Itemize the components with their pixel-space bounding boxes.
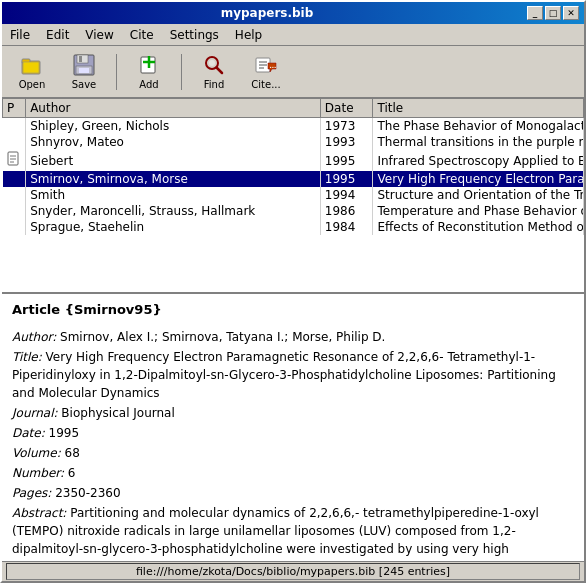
find-icon <box>202 53 226 77</box>
window-title: mypapers.bib <box>7 6 527 20</box>
svg-rect-7 <box>79 68 89 73</box>
cell-date: 1995 <box>320 150 373 171</box>
detail-field-title: Title: Very High Frequency Electron Para… <box>12 348 574 402</box>
save-button[interactable]: Save <box>60 51 108 93</box>
entries-table-container: P Author Date Title Shipley, Green, Nich… <box>2 98 584 293</box>
table-row[interactable]: Sprague, Staehelin1984Effects of Reconst… <box>3 219 584 235</box>
detail-field-label: Abstract: <box>12 506 70 520</box>
maximize-button[interactable]: □ <box>545 6 561 20</box>
menu-help[interactable]: Help <box>227 26 270 44</box>
entries-table: P Author Date Title Shipley, Green, Nich… <box>2 98 584 235</box>
detail-field-abstract: Abstract: Partitioning and molecular dyn… <box>12 504 574 558</box>
toolbar-separator-1 <box>116 54 117 90</box>
col-header-p: P <box>3 99 26 118</box>
svg-text:...: ... <box>270 62 277 69</box>
save-icon <box>72 53 96 77</box>
minimize-button[interactable]: _ <box>527 6 543 20</box>
svg-rect-20 <box>8 152 18 165</box>
cite-icon: ... <box>254 53 278 77</box>
cell-p <box>3 171 26 187</box>
cite-button[interactable]: ... Cite... <box>242 51 290 93</box>
cell-author: Siebert <box>26 150 321 171</box>
detail-article-key: Article {Smirnov95} <box>12 300 574 320</box>
detail-field-value: Smirnov, Alex I.; Smirnova, Tatyana I.; … <box>60 330 385 344</box>
detail-field-value: Biophysical Journal <box>61 406 174 420</box>
status-text: file:///home/zkota/Docs/biblio/mypapers.… <box>6 563 580 580</box>
close-button[interactable]: ✕ <box>563 6 579 20</box>
detail-field-date: Date: 1995 <box>12 424 574 442</box>
cell-author: Sprague, Staehelin <box>26 219 321 235</box>
menu-bar: File Edit View Cite Settings Help <box>2 24 584 46</box>
detail-field-label: Volume: <box>12 446 65 460</box>
cell-p <box>3 219 26 235</box>
detail-fields-container: Author: Smirnov, Alex I.; Smirnova, Taty… <box>12 328 574 558</box>
add-label: Add <box>139 79 158 90</box>
entries-table-wrapper[interactable]: P Author Date Title Shipley, Green, Nich… <box>2 98 584 292</box>
detail-field-value: Very High Frequency Electron Paramagneti… <box>12 350 556 400</box>
table-row[interactable]: Snyder, Maroncelli, Strauss, Hallmark198… <box>3 203 584 219</box>
find-button[interactable]: Find <box>190 51 238 93</box>
add-button[interactable]: Add <box>125 51 173 93</box>
cell-title: Very High Frequency Electron Para... <box>373 171 584 187</box>
main-window: mypapers.bib _ □ ✕ File Edit View Cite S… <box>0 0 586 583</box>
col-header-title: Title <box>373 99 584 118</box>
menu-settings[interactable]: Settings <box>162 26 227 44</box>
cell-date: 1986 <box>320 203 373 219</box>
find-label: Find <box>204 79 225 90</box>
cell-p <box>3 203 26 219</box>
detail-field-label: Number: <box>12 466 68 480</box>
detail-field-value: Partitioning and molecular dynamics of 2… <box>12 506 539 556</box>
col-header-author: Author <box>26 99 321 118</box>
svg-rect-2 <box>23 62 39 73</box>
menu-edit[interactable]: Edit <box>38 26 77 44</box>
detail-field-number: Number: 6 <box>12 464 574 482</box>
open-button[interactable]: Open <box>8 51 56 93</box>
menu-file[interactable]: File <box>2 26 38 44</box>
cell-author: Smith <box>26 187 321 203</box>
col-header-date: Date <box>320 99 373 118</box>
cell-title: Infrared Spectroscopy Applied to Bi... <box>373 150 584 171</box>
detail-field-value: 6 <box>68 466 76 480</box>
detail-field-label: Title: <box>12 350 46 364</box>
table-row[interactable]: Shnyrov, Mateo1993Thermal transitions in… <box>3 134 584 150</box>
cell-author: Smirnov, Smirnova, Morse <box>26 171 321 187</box>
status-bar: file:///home/zkota/Docs/biblio/mypapers.… <box>2 561 584 581</box>
detail-field-label: Date: <box>12 426 49 440</box>
cell-title: The Phase Behavior of Monogalact... <box>373 118 584 135</box>
open-icon <box>20 53 44 77</box>
detail-field-volume: Volume: 68 <box>12 444 574 462</box>
table-row[interactable]: Smirnov, Smirnova, Morse1995Very High Fr… <box>3 171 584 187</box>
svg-line-12 <box>217 68 223 74</box>
cell-title: Temperature and Phase Behavior o... <box>373 203 584 219</box>
cell-title: Thermal transitions in the purple me... <box>373 134 584 150</box>
detail-field-pages: Pages: 2350-2360 <box>12 484 574 502</box>
detail-field-author: Author: Smirnov, Alex I.; Smirnova, Taty… <box>12 328 574 346</box>
cell-date: 1995 <box>320 171 373 187</box>
detail-field-value: 2350-2360 <box>55 486 120 500</box>
window-controls: _ □ ✕ <box>527 6 579 20</box>
detail-field-label: Author: <box>12 330 60 344</box>
cell-date: 1993 <box>320 134 373 150</box>
table-row[interactable]: Shipley, Green, Nichols1973The Phase Beh… <box>3 118 584 135</box>
toolbar-separator-2 <box>181 54 182 90</box>
cell-p <box>3 150 26 171</box>
menu-cite[interactable]: Cite <box>122 26 162 44</box>
cell-title: Structure and Orientation of the Tra... <box>373 187 584 203</box>
menu-view[interactable]: View <box>77 26 121 44</box>
horizontal-scrollbar[interactable] <box>2 292 584 293</box>
save-label: Save <box>72 79 97 90</box>
table-row[interactable]: Siebert1995Infrared Spectroscopy Applied… <box>3 150 584 171</box>
detail-field-value: 68 <box>65 446 80 460</box>
open-label: Open <box>19 79 46 90</box>
add-icon <box>137 53 161 77</box>
detail-pane: Article {Smirnov95} Author: Smirnov, Ale… <box>2 293 584 561</box>
detail-field-label: Pages: <box>12 486 55 500</box>
detail-field-value: 1995 <box>49 426 80 440</box>
svg-rect-5 <box>79 56 82 62</box>
cell-date: 1973 <box>320 118 373 135</box>
detail-field-journal: Journal: Biophysical Journal <box>12 404 574 422</box>
cite-label: Cite... <box>251 79 280 90</box>
cell-p <box>3 187 26 203</box>
table-row[interactable]: Smith1994Structure and Orientation of th… <box>3 187 584 203</box>
detail-field-label: Journal: <box>12 406 61 420</box>
